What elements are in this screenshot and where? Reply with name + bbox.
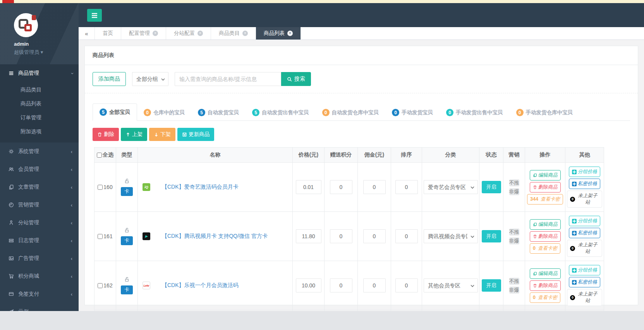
row-checkbox[interactable]	[98, 185, 103, 190]
tab-product-category[interactable]: 商品类目×	[211, 27, 256, 40]
sidebar-subitem-product-category[interactable]: 商品类目	[0, 83, 79, 97]
tab-warehouse-products[interactable]: 0仓库中的宝贝	[137, 104, 191, 121]
status-toggle-button[interactable]: 开启	[482, 181, 501, 193]
price-input[interactable]	[296, 278, 321, 292]
tab-config-management[interactable]: 配置管理×	[121, 27, 166, 40]
tab-product-list[interactable]: 商品列表×	[256, 27, 301, 40]
sidebar-item-logs[interactable]: 日志管理‹	[0, 232, 79, 249]
search-button[interactable]: 搜索	[281, 72, 311, 86]
sidebar-menu: 商品管理 ‹ 商品类目 商品列表 订单管理 附加选项 系统管理‹	[0, 64, 79, 311]
row-checkbox[interactable]	[98, 283, 103, 288]
tab-all-products[interactable]: 5全部宝贝	[93, 103, 137, 121]
tab-auto-delivery-products[interactable]: 5自动发货宝贝	[191, 104, 246, 121]
close-icon[interactable]: ×	[287, 31, 293, 36]
sidebar-item-articles[interactable]: 文章管理‹	[0, 178, 79, 196]
sidebar-item-substations[interactable]: 分站管理‹	[0, 214, 79, 232]
select-all-checkbox[interactable]	[97, 153, 102, 158]
group-price-button[interactable]: 分组价格	[569, 216, 600, 226]
price-input[interactable]	[296, 229, 321, 243]
sidebar-item-points-mall[interactable]: 积分商城‹	[0, 267, 79, 285]
not-listed-substation-button[interactable]: 0 未上架子站	[567, 191, 602, 208]
sidebar-subitem-extra-options[interactable]: 附加选项	[0, 125, 79, 139]
close-icon[interactable]: ×	[242, 31, 248, 36]
cart-icon	[9, 273, 14, 279]
search-input[interactable]	[175, 72, 281, 86]
points-input[interactable]	[330, 180, 352, 194]
sidebar-subitem-product-list[interactable]: 商品列表	[0, 97, 79, 111]
plus-icon	[572, 268, 577, 273]
status-toggle-button[interactable]: 开启	[482, 279, 501, 292]
category-select[interactable]: 爱奇艺会员专区	[424, 180, 478, 194]
tabs-back-button[interactable]: «	[79, 27, 95, 40]
tab-manual-delivery-warehouse[interactable]: 0手动发货仓库中宝贝	[510, 104, 580, 121]
close-icon[interactable]: ×	[153, 31, 158, 36]
add-product-button[interactable]: 添加商品	[93, 72, 126, 86]
sidebar-subitem-order-management[interactable]: 订单管理	[0, 111, 79, 125]
commission-input[interactable]	[363, 278, 386, 292]
plus-icon	[572, 219, 577, 223]
sidebar-item-marketing[interactable]: 营销管理‹	[0, 196, 79, 214]
commission-input[interactable]	[363, 180, 386, 194]
product-list-panel: 商品列表 添加商品 全部分组 搜索	[84, 46, 638, 305]
tab-manual-delivery-selling[interactable]: 0手动发货出售中宝贝	[440, 104, 510, 121]
product-thumbnail: Letv	[143, 282, 150, 289]
commission-input[interactable]	[363, 229, 386, 243]
view-cards-button[interactable]: 344 查看卡密	[527, 194, 563, 205]
row-checkbox[interactable]	[98, 234, 103, 239]
tab-home[interactable]: 首页	[95, 27, 121, 40]
tab-manual-delivery-products[interactable]: 0手动发货宝贝	[385, 104, 440, 121]
user-role-dropdown[interactable]: 超级管理员 ▾	[14, 49, 79, 56]
edit-product-button[interactable]: 编辑商品	[530, 219, 561, 230]
tab-auto-delivery-warehouse[interactable]: 0自动发货仓库中宝贝	[316, 104, 386, 121]
product-name-link[interactable]: 【CDK】乐视一个月会员激活码	[162, 282, 239, 289]
group-price-button[interactable]: 分组价格	[569, 265, 600, 275]
points-input[interactable]	[330, 229, 352, 243]
bulk-list-button[interactable]: 上架	[121, 128, 147, 141]
bulk-delist-button[interactable]: 下架	[149, 128, 175, 141]
view-cards-button[interactable]: 0 查看卡密	[530, 243, 560, 254]
sort-input[interactable]	[395, 229, 418, 243]
price-input[interactable]	[296, 180, 321, 194]
trash-icon	[97, 132, 102, 137]
view-cards-button[interactable]: 0 查看卡密	[530, 292, 560, 303]
product-name-link[interactable]: 【CDK】腾讯视频月卡 支持QQ/微信 官方卡	[162, 233, 268, 240]
category-select[interactable]: 腾讯视频会员专区	[424, 229, 478, 243]
sidebar-item-ads[interactable]: 广告管理‹	[0, 249, 79, 267]
points-input[interactable]	[330, 278, 352, 292]
status-toggle-button[interactable]: 开启	[482, 230, 501, 242]
bulk-update-button[interactable]: 更新商品	[177, 128, 214, 141]
sidebar-item-payment[interactable]: 免签支付‹	[0, 285, 79, 303]
sidebar-item-products[interactable]: 商品管理 ‹	[0, 64, 79, 82]
close-icon[interactable]: ×	[197, 31, 203, 36]
product-filter-tabs: 5全部宝贝 0仓库中的宝贝 5自动发货宝贝 5自动发货出售中宝贝 0自动发货仓库…	[93, 103, 630, 121]
list-icon	[9, 238, 14, 243]
private-price-button[interactable]: 私密价格	[569, 179, 600, 189]
delete-product-button[interactable]: 删除商品	[530, 182, 561, 192]
sidebar-item-members[interactable]: 会员管理‹	[0, 160, 79, 178]
category-select[interactable]: 其他会员专区	[424, 278, 478, 292]
private-price-button[interactable]: 私密价格	[569, 277, 600, 287]
sort-input[interactable]	[395, 180, 418, 194]
delete-product-button[interactable]: 删除商品	[530, 231, 561, 242]
tab-substation-config[interactable]: 分站配置×	[166, 27, 211, 40]
bulk-delete-button[interactable]: 删除	[93, 128, 119, 141]
group-filter-select[interactable]: 全部分组	[132, 72, 168, 86]
sidebar-item-examples[interactable]: 示例‹	[0, 303, 79, 311]
sidebar-item-system[interactable]: 系统管理‹	[0, 143, 79, 160]
sidebar-toggle-button[interactable]	[87, 9, 102, 22]
edit-product-button[interactable]: 编辑商品	[530, 170, 561, 180]
edit-product-button[interactable]: 编辑商品	[530, 268, 561, 279]
not-listed-substation-button[interactable]: 0 未上架子站	[567, 240, 602, 257]
lock-open-icon	[118, 178, 136, 185]
not-listed-substation-button[interactable]: 0 未上架子站	[567, 289, 602, 306]
tab-auto-delivery-selling[interactable]: 5自动发货出售中宝贝	[246, 104, 316, 121]
group-price-button[interactable]: 分组价格	[569, 167, 600, 177]
plus-icon	[572, 231, 577, 235]
top-header-bar	[79, 3, 644, 27]
private-price-button[interactable]: 私密价格	[569, 228, 600, 238]
credit-card-icon	[9, 291, 14, 297]
product-name-link[interactable]: 【CDK】爱奇艺激活码会员月卡	[162, 184, 239, 191]
sort-input[interactable]	[395, 278, 418, 292]
delete-product-button[interactable]: 删除商品	[530, 280, 561, 291]
pie-chart-icon	[9, 202, 14, 208]
